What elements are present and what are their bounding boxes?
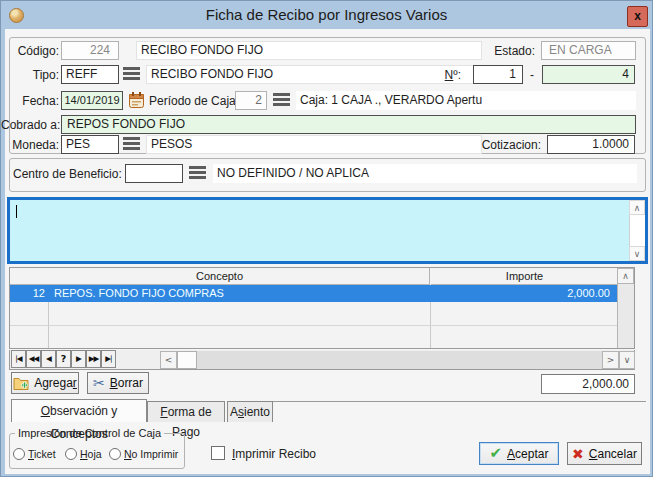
radio-hoja-label[interactable]: Hoja [80,448,102,461]
aceptar-button[interactable]: ✔ Aceptar [479,442,559,465]
centro-label: Centro de Beneficio: [13,167,122,182]
imprimir-recibo-checkbox[interactable] [211,446,225,460]
grid-scroll-down-icon[interactable]: ∨ [619,351,635,369]
tabstrip-line [273,401,646,402]
periodo-label: Período de Caja: [149,94,239,109]
imprimir-recibo-label[interactable]: Imprimir Recibo [232,447,316,462]
text-cursor [16,205,17,218]
tipo-field[interactable]: REFF [61,65,119,84]
grid-navigator: |◀ ◀◀ ◀ ? ▶ ▶▶ ▶| < > ∨ [9,350,635,370]
codigo-field: 224 [61,41,119,60]
total-field: 2,000.00 [541,374,635,394]
periodo-field: 2 [235,91,267,110]
cotizacion-field[interactable]: 1.0000 [547,135,635,154]
caja-lookup-icon[interactable] [273,93,290,106]
grid-row-selected[interactable]: 12 REPOS. FONDO FIJO COMPRAS 2,000.00 [10,285,618,302]
radio-ticket[interactable] [13,448,25,460]
nav-next-page-button[interactable]: ▶▶ [86,350,101,368]
row-numero: 12 [10,285,48,302]
window-title: Ficha de Recibo por Ingresos Varios [1,1,652,29]
fecha-field[interactable]: 14/01/2019 [61,91,123,110]
radio-no-imprimir-label[interactable]: No Imprimir [124,448,178,461]
cobrado-field[interactable]: REPOS FONDO FIJO [61,115,636,134]
moneda-field[interactable]: PES [61,135,119,154]
grid-scroll-left-icon[interactable]: < [160,351,177,369]
cancelar-label: Cancelar [589,447,637,461]
tipo-label: Tipo: [9,68,59,83]
codigo-description: RECIBO FONDO FIJO [136,41,482,60]
scissors-icon: ✂ [93,376,105,390]
tab-asiento[interactable]: Asiento [227,401,273,422]
row-concepto: REPOS. FONDO FIJO COMPRAS [54,285,424,302]
estado-label: Estado: [471,44,535,59]
conceptos-grid: Concepto Importe 12 REPOS. FONDO FIJO CO… [9,267,635,349]
moneda-label: Moneda: [9,138,59,153]
column-header-concepto: Concepto [10,268,430,285]
grid-horizontal-track[interactable] [160,351,602,369]
observaciones-textarea[interactable]: ∧ ∨ [7,197,648,264]
cobrado-label: Cobrado a: [1,118,58,133]
cross-icon: ✖ [572,447,584,461]
memo-scroll-down-icon[interactable]: ∨ [629,246,645,261]
centro-lookup-icon[interactable] [189,166,206,179]
numero-label: Nº: [437,68,461,83]
grid-vertical-scrollbar[interactable]: ∧ [617,268,634,348]
nav-first-button[interactable]: |◀ [11,350,26,368]
grid-row-line [10,325,618,326]
tab-observacion-y-conceptos[interactable]: Observación y Conceptos [11,399,147,422]
borrar-button[interactable]: ✂ Borrar [87,372,149,394]
borrar-label: Borrar [110,376,143,390]
tipo-lookup-icon[interactable] [123,67,140,80]
aceptar-label: Aceptar [507,447,548,461]
radio-ticket-label[interactable]: Ticket [28,448,56,461]
estado-field: EN CARGA [541,41,636,60]
agregar-label: Agregar [34,376,77,390]
close-icon[interactable]: x [627,6,648,27]
column-header-importe: Importe [431,268,618,285]
check-icon: ✔ [490,446,503,461]
caja-description: Caja: 1 CAJA ., VERARDO Apertu [296,91,636,110]
grid-scroll-up-icon[interactable]: ∧ [617,268,634,284]
grid-horizontal-thumb[interactable] [177,351,197,369]
codigo-label: Código: [9,44,59,59]
nav-search-button[interactable]: ? [56,350,71,368]
cancelar-button[interactable]: ✖ Cancelar [567,442,642,465]
memo-scrollbar[interactable]: ∧ ∨ [629,200,645,261]
moneda-description: PESOS [146,135,482,154]
folder-add-icon [13,376,29,390]
row-importe: 2,000.00 [430,285,614,302]
memo-scroll-up-icon[interactable]: ∧ [629,200,645,215]
centro-field[interactable] [125,164,183,183]
fecha-label: Fecha: [9,94,59,109]
numero2-field[interactable]: 4 [542,65,635,84]
moneda-lookup-icon[interactable] [123,137,140,150]
radio-no-imprimir[interactable] [109,448,121,460]
tab-forma-de-pago[interactable]: Forma de Pago [147,401,225,422]
numero-separator: - [528,68,536,83]
grid-scroll-right-icon[interactable]: > [602,351,619,369]
cotizacion-label: Cotizacion: [469,138,541,153]
tipo-description: RECIBO FONDO FIJO [146,65,482,84]
numero-field[interactable]: 1 [473,65,523,84]
nav-prior-button[interactable]: ◀ [41,350,56,368]
centro-description: NO DEFINIDO / NO APLICA [213,164,637,183]
nav-next-button[interactable]: ▶ [71,350,86,368]
agregar-button[interactable]: Agregar [11,372,79,394]
nav-last-button[interactable]: ▶| [101,350,116,368]
receipt-dialog: Ficha de Recibo por Ingresos Varios x Có… [0,0,653,477]
radio-hoja[interactable] [65,448,77,460]
nav-prior-page-button[interactable]: ◀◀ [26,350,41,368]
calendar-icon[interactable] [128,91,145,109]
